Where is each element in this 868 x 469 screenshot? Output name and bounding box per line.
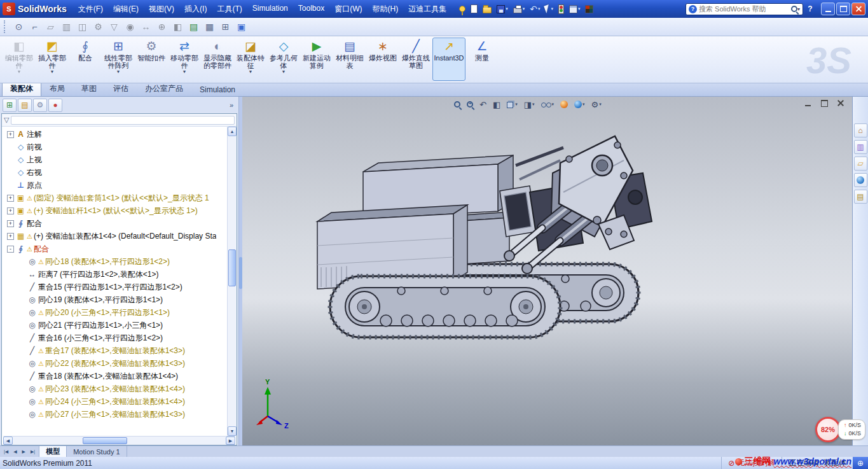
help-button[interactable]: ? — [804, 3, 816, 15]
scroll-thumb[interactable] — [228, 249, 236, 286]
doc-minimize-button[interactable] — [803, 99, 813, 108]
menu-window[interactable]: 窗口(W) — [329, 1, 367, 17]
tree-subassembly[interactable]: + ▦ ⚠ (+) 变幅油缸装配体1<4> (Default<Default_D… — [2, 230, 227, 242]
corner-snap-icon[interactable]: ⌐ — [27, 20, 42, 34]
menu-maidi-tools[interactable]: 迈迪工具集 — [403, 1, 451, 17]
close-button[interactable] — [851, 3, 865, 15]
expand-toggle-icon[interactable]: + — [7, 220, 14, 227]
last-tab-button[interactable]: ▶| — [29, 448, 37, 456]
mate-coincident-15[interactable]: ╱ 重合15 (平行四边形1<1>,平行四边形1<2>) — [2, 281, 227, 293]
explode-line-sketch-button[interactable]: ╱ 爆炸直线草图 — [399, 38, 432, 81]
tree-front-plane[interactable]: ◇ 前视 — [2, 141, 227, 153]
linear-component-pattern-button[interactable]: ⊞ 线性零部件阵列 ▼ — [102, 38, 135, 81]
mate-concentric-22[interactable]: ◎ ⚠ 同心22 (装配体<1>,变幅油缸装配体1<3>) — [2, 357, 227, 370]
filter-funnel-icon[interactable]: ▽ — [4, 116, 9, 124]
expand-toggle-icon[interactable] — [18, 411, 25, 418]
configurationmanager-tab[interactable]: ⚙ — [33, 99, 47, 112]
first-tab-button[interactable]: |◀ — [2, 448, 10, 456]
mate-concentric-20[interactable]: ◎ ⚠ 同心20 (小三角<1>,平行四边形1<1>) — [2, 306, 227, 319]
paste-icon[interactable]: ▥ — [59, 20, 74, 34]
search-dropdown-icon[interactable]: ▾ — [797, 6, 800, 12]
show-hidden-components-button[interactable]: ◐ 显示隐藏的零部件 — [201, 38, 234, 81]
expand-toggle-icon[interactable] — [18, 373, 25, 380]
graphics-viewport[interactable]: Y Z — [242, 97, 852, 445]
zoom-area-button[interactable] — [465, 100, 475, 109]
assembly-features-button[interactable]: ◪ 装配体特征 ▼ — [234, 38, 267, 81]
tree-origin[interactable]: ⊥ 原点 — [2, 179, 227, 192]
menu-toolbox[interactable]: Toolbox — [293, 1, 329, 17]
section-icon[interactable]: ◧ — [170, 20, 185, 34]
tab-sketch[interactable]: 草图 — [73, 81, 105, 96]
mate-concentric-23[interactable]: ◎ ⚠ 同心23 (装配体<1>,变幅油缸装配体1<4>) — [2, 382, 227, 395]
new-motion-study-button[interactable]: ▶ 新建运动算例 — [300, 38, 333, 81]
mate-concentric-21[interactable]: ◎ 同心21 (平行四边形1<1>,小三角<1>) — [2, 319, 227, 332]
apply-scene-button[interactable]: ▾ — [572, 99, 587, 109]
propertymanager-tab[interactable]: ▤ — [18, 99, 32, 112]
move-component-button[interactable]: ⇄ 移动零部件 ▼ — [168, 38, 201, 81]
expand-toggle-icon[interactable] — [18, 309, 25, 316]
doc-restore-button[interactable] — [819, 99, 829, 108]
mate-concentric-19[interactable]: ◎ 同心19 (装配体<1>,平行四边形1<1>) — [2, 293, 227, 306]
gear-icon[interactable]: ⚙ — [91, 20, 106, 34]
tab-motion-study-1[interactable]: Motion Study 1 — [67, 446, 127, 457]
scroll-thumb[interactable] — [83, 437, 127, 444]
scroll-up-button[interactable]: ▲ — [228, 127, 237, 136]
minimize-button[interactable] — [821, 3, 835, 15]
copy-icon[interactable]: ▱ — [43, 20, 58, 34]
pin-icon[interactable] — [457, 3, 467, 15]
new-document-button[interactable] — [469, 3, 479, 15]
expand-toggle-icon[interactable]: + — [7, 195, 14, 202]
visibility-icon[interactable]: ◉ — [123, 20, 137, 34]
expand-toggle-icon[interactable] — [18, 360, 25, 367]
search-icon[interactable] — [791, 6, 797, 12]
select-button[interactable]: ▾ — [543, 3, 555, 15]
progress-badge[interactable]: 82% — [815, 417, 841, 442]
exploded-view-button[interactable]: ∗ 爆炸视图 — [366, 38, 399, 81]
instant3d-button[interactable]: ↗ Instant3D — [432, 38, 465, 81]
rebuild-button[interactable] — [556, 3, 566, 15]
expand-toggle-icon[interactable] — [18, 284, 25, 291]
options-button[interactable]: ▾ — [567, 3, 582, 15]
expand-toggle-icon[interactable] — [18, 398, 25, 405]
tab-assembly[interactable]: 装配体 — [2, 81, 41, 96]
mate-coincident-16[interactable]: ╱ 重合16 (小三角<1>,平行四边形1<2>) — [2, 332, 227, 344]
expand-toggle-icon[interactable] — [7, 169, 14, 176]
search-input[interactable] — [699, 5, 791, 13]
tab-simulation[interactable]: Simulation — [191, 83, 244, 96]
hide-show-items-button[interactable]: ▾ — [539, 101, 556, 108]
expand-toggle-icon[interactable] — [18, 322, 25, 329]
expand-toggle-icon[interactable] — [18, 297, 25, 304]
design-library-tab[interactable]: ▥ — [854, 140, 867, 154]
panel-overflow-button[interactable]: » — [227, 101, 236, 109]
expand-toggle-icon[interactable] — [7, 157, 14, 164]
undo-button[interactable]: ↶ ▾ — [528, 3, 542, 15]
insert-components-button[interactable]: ◩ 插入零部件 ▼ — [36, 38, 69, 81]
section-view-button[interactable]: ◧ — [491, 99, 502, 111]
bill-of-materials-button[interactable]: ▤ 材料明细表 — [333, 38, 366, 81]
expand-toggle-icon[interactable]: + — [7, 207, 14, 214]
menu-file[interactable]: 文件(F) — [73, 1, 108, 17]
appearancemanager-tab[interactable]: ● — [48, 99, 62, 112]
tab-evaluate[interactable]: 评估 — [105, 81, 137, 96]
menu-tools[interactable]: 工具(T) — [212, 1, 247, 17]
component-icon[interactable]: ◫ — [75, 20, 90, 34]
menu-help[interactable]: 帮助(H) — [367, 1, 403, 17]
file-explorer-tab[interactable]: ▱ — [854, 157, 867, 171]
tab-office-products[interactable]: 办公室产品 — [137, 81, 191, 96]
expand-toggle-icon[interactable]: + — [7, 131, 14, 138]
display-style-button[interactable]: ◨ ▾ — [522, 99, 537, 111]
featuremanager-tree-tab[interactable]: ⊞ — [3, 99, 17, 112]
tree-component-cylinder-rod[interactable]: + ▣ ⚠ (+) 变幅油缸杆1<1> (默认<<默认>_显示状态 1>) — [2, 204, 227, 217]
library-book-icon[interactable]: ▤ — [186, 20, 201, 34]
expand-toggle-icon[interactable]: + — [7, 233, 14, 240]
tree-mates-folder-2[interactable]: - ∮ ⚠ 配合 — [2, 242, 227, 255]
color-swatch-button[interactable] — [583, 3, 595, 15]
tree-filter-input[interactable] — [11, 116, 235, 125]
previous-view-button[interactable]: ↶ — [478, 99, 488, 111]
mate-concentric-18[interactable]: ◎ ⚠ 同心18 (装配体<1>,平行四边形1<2>) — [2, 255, 227, 268]
restore-button[interactable] — [836, 3, 850, 15]
target-icon[interactable]: ⊕ — [155, 20, 169, 34]
open-button[interactable] — [481, 3, 493, 15]
3d-model[interactable]: Y Z — [242, 97, 852, 445]
scroll-right-button[interactable]: ▶ — [226, 437, 235, 445]
